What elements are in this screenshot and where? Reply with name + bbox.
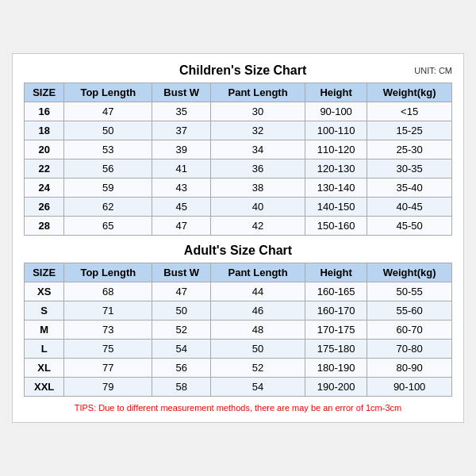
- table-row: 24594338130-14035-40: [25, 178, 452, 198]
- table-cell: 90-100: [367, 378, 452, 397]
- table-cell: 150-160: [305, 217, 367, 236]
- table-cell: 54: [152, 340, 211, 359]
- table-cell: 180-190: [305, 359, 367, 378]
- table-cell: XXL: [25, 378, 64, 397]
- table-row: XS684744160-16550-55: [25, 282, 452, 301]
- section-gap: [24, 236, 452, 244]
- table-cell: 46: [211, 301, 305, 321]
- table-cell: 77: [64, 359, 152, 378]
- adult-col-top-length: Top Length: [64, 263, 152, 282]
- table-cell: 48: [211, 321, 305, 340]
- table-cell: 20: [25, 140, 64, 159]
- table-cell: XS: [25, 282, 64, 301]
- table-cell: 32: [211, 121, 305, 140]
- children-col-bust-w: Bust W: [152, 83, 211, 102]
- table-row: XXL795854190-20090-100: [25, 378, 452, 397]
- table-cell: 15-25: [367, 121, 452, 140]
- table-cell: 55-60: [367, 301, 452, 321]
- table-cell: 110-120: [305, 140, 367, 159]
- table-cell: 79: [64, 378, 152, 397]
- table-cell: L: [25, 340, 64, 359]
- table-cell: 70-80: [367, 340, 452, 359]
- table-row: S715046160-17055-60: [25, 301, 452, 321]
- children-table-header-row: SIZE Top Length Bust W Pant Length Heigh…: [25, 83, 452, 102]
- table-cell: 45: [152, 198, 211, 217]
- table-cell: 100-110: [305, 121, 367, 140]
- table-cell: 90-100: [305, 102, 367, 121]
- table-row: XL775652180-19080-90: [25, 359, 452, 378]
- chart-container: Children's Size Chart UNIT: CM SIZE Top …: [12, 53, 464, 423]
- table-cell: 22: [25, 159, 64, 178]
- table-cell: 73: [64, 321, 152, 340]
- table-cell: 43: [152, 178, 211, 198]
- children-chart-title: Children's Size Chart: [71, 63, 414, 78]
- table-cell: 25-30: [367, 140, 452, 159]
- adult-table-header-row: SIZE Top Length Bust W Pant Length Heigh…: [25, 263, 452, 282]
- table-cell: 24: [25, 178, 64, 198]
- table-cell: 42: [211, 217, 305, 236]
- table-cell: 80-90: [367, 359, 452, 378]
- table-cell: 190-200: [305, 378, 367, 397]
- table-cell: M: [25, 321, 64, 340]
- table-cell: 120-130: [305, 159, 367, 178]
- adult-col-bust-w: Bust W: [152, 263, 211, 282]
- table-cell: 60-70: [367, 321, 452, 340]
- table-cell: 175-180: [305, 340, 367, 359]
- table-cell: 47: [152, 282, 211, 301]
- children-size-table: SIZE Top Length Bust W Pant Length Heigh…: [24, 83, 452, 236]
- table-cell: 38: [211, 178, 305, 198]
- children-col-top-length: Top Length: [64, 83, 152, 102]
- table-cell: 47: [152, 217, 211, 236]
- table-cell: 71: [64, 301, 152, 321]
- children-col-weight: Weight(kg): [367, 83, 452, 102]
- table-cell: 16: [25, 102, 64, 121]
- table-cell: 44: [211, 282, 305, 301]
- table-row: M735248170-17560-70: [25, 321, 452, 340]
- table-cell: 35-40: [367, 178, 452, 198]
- table-cell: 40: [211, 198, 305, 217]
- adult-col-weight: Weight(kg): [367, 263, 452, 282]
- table-cell: 54: [211, 378, 305, 397]
- table-cell: 40-45: [367, 198, 452, 217]
- table-cell: 68: [64, 282, 152, 301]
- table-cell: 140-150: [305, 198, 367, 217]
- table-cell: 65: [64, 217, 152, 236]
- table-cell: 47: [64, 102, 152, 121]
- table-row: 22564136120-13030-35: [25, 159, 452, 178]
- table-cell: XL: [25, 359, 64, 378]
- table-cell: 41: [152, 159, 211, 178]
- table-cell: 170-175: [305, 321, 367, 340]
- table-cell: 18: [25, 121, 64, 140]
- table-cell: 28: [25, 217, 64, 236]
- table-cell: 75: [64, 340, 152, 359]
- tips-text: TIPS: Due to different measurement metho…: [24, 403, 452, 413]
- table-cell: 56: [64, 159, 152, 178]
- table-cell: 160-165: [305, 282, 367, 301]
- table-row: L755450175-18070-80: [25, 340, 452, 359]
- table-cell: 52: [211, 359, 305, 378]
- table-cell: 37: [152, 121, 211, 140]
- adult-col-size: SIZE: [25, 263, 64, 282]
- table-cell: 160-170: [305, 301, 367, 321]
- table-cell: 130-140: [305, 178, 367, 198]
- table-cell: 50: [64, 121, 152, 140]
- table-row: 1647353090-100<15: [25, 102, 452, 121]
- table-cell: 52: [152, 321, 211, 340]
- table-cell: 26: [25, 198, 64, 217]
- table-cell: 59: [64, 178, 152, 198]
- table-row: 20533934110-12025-30: [25, 140, 452, 159]
- children-col-pant-length: Pant Length: [211, 83, 305, 102]
- table-row: 28654742150-16045-50: [25, 217, 452, 236]
- table-cell: 50-55: [367, 282, 452, 301]
- table-cell: 50: [152, 301, 211, 321]
- table-cell: 39: [152, 140, 211, 159]
- adult-col-height: Height: [305, 263, 367, 282]
- children-col-height: Height: [305, 83, 367, 102]
- table-cell: 56: [152, 359, 211, 378]
- table-cell: 34: [211, 140, 305, 159]
- table-cell: 45-50: [367, 217, 452, 236]
- table-cell: <15: [367, 102, 452, 121]
- table-cell: 62: [64, 198, 152, 217]
- children-col-size: SIZE: [25, 83, 64, 102]
- adult-col-pant-length: Pant Length: [211, 263, 305, 282]
